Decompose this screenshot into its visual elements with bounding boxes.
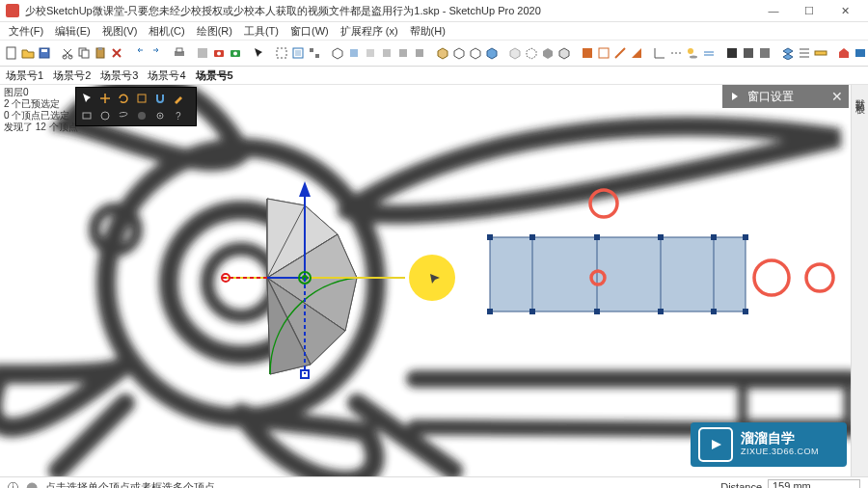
back-icon[interactable] (395, 44, 411, 63)
model-info-icon[interactable] (195, 44, 210, 63)
guides-icon[interactable] (668, 44, 684, 63)
delete-icon[interactable] (109, 44, 124, 63)
workspace: 图层0 2 个已预选定 0 个顶点已选定 发现了 12 个顶点 ? (0, 85, 868, 476)
tray-close-icon[interactable]: ✕ (831, 89, 843, 104)
measure-input[interactable]: 159 mm (768, 479, 860, 489)
status-user-icon[interactable]: ⬤ (26, 481, 38, 489)
fog-icon[interactable] (701, 44, 717, 63)
print-icon[interactable] (172, 44, 187, 63)
scene-tab-3[interactable]: 场景号3 (100, 68, 138, 83)
measure-icon[interactable] (813, 44, 828, 63)
extwarehouse-icon[interactable] (853, 44, 868, 63)
paste-icon[interactable] (93, 44, 108, 63)
copy-icon[interactable] (76, 44, 92, 63)
group-icon[interactable] (274, 44, 289, 63)
vt-rotate-icon[interactable] (115, 90, 131, 106)
vt-select-icon[interactable] (78, 90, 95, 106)
select-icon[interactable] (251, 44, 266, 63)
svg-point-64 (207, 249, 275, 316)
cut-icon[interactable] (60, 44, 75, 63)
vt-move-icon[interactable] (96, 90, 113, 106)
new-icon[interactable] (4, 44, 19, 63)
svg-point-15 (233, 52, 237, 56)
redo-icon[interactable] (149, 44, 164, 63)
front-icon[interactable] (363, 44, 378, 63)
right-sidebar[interactable]: 默认面板 (851, 85, 868, 476)
menu-help[interactable]: 帮助(H) (405, 23, 450, 40)
menu-edit[interactable]: 编辑(E) (50, 23, 95, 40)
explode-icon[interactable] (307, 44, 322, 63)
xray-icon[interactable] (507, 44, 523, 63)
vt-gear-icon[interactable] (151, 107, 168, 123)
vt-lasso-icon[interactable] (115, 107, 131, 123)
section-fill-icon[interactable] (629, 44, 644, 63)
axes-icon[interactable] (652, 44, 667, 63)
sidebar-label[interactable]: 默认面板 (854, 91, 867, 98)
svg-rect-109 (743, 309, 748, 314)
status-help-icon[interactable]: ⓘ (8, 480, 18, 489)
menu-window[interactable]: 窗口(W) (285, 23, 334, 40)
selection-info: 图层0 2 个已预选定 0 个顶点已选定 发现了 12 个顶点 (4, 87, 78, 133)
svg-rect-93 (490, 237, 746, 312)
svg-rect-19 (310, 48, 313, 52)
save-icon[interactable] (37, 44, 52, 63)
shadows-icon[interactable] (685, 44, 700, 63)
vertex-tools-panel[interactable]: ? (75, 87, 197, 126)
svg-rect-26 (583, 48, 592, 58)
top-icon[interactable] (346, 44, 362, 63)
svg-point-28 (688, 48, 693, 54)
shaded-icon[interactable] (540, 44, 556, 63)
vt-circ-icon[interactable] (96, 107, 113, 123)
vt-rect-icon[interactable] (78, 107, 95, 123)
scene-tab-1[interactable]: 场景号1 (6, 68, 43, 83)
menu-file[interactable]: 文件(F) (4, 23, 48, 40)
style1-icon[interactable] (435, 44, 450, 63)
ext-c-icon[interactable] (757, 44, 773, 63)
hidden-icon[interactable] (524, 44, 539, 63)
camera-red-icon[interactable] (211, 44, 227, 63)
scene-tab-5[interactable]: 场景号5 (196, 68, 233, 83)
undo-icon[interactable] (132, 44, 148, 63)
scene-tab-4[interactable]: 场景号4 (148, 68, 185, 83)
open-icon[interactable] (20, 44, 36, 63)
svg-rect-22 (366, 49, 374, 57)
menu-draw[interactable]: 绘图(R) (192, 23, 237, 40)
left-icon[interactable] (412, 44, 427, 63)
section-display-icon[interactable] (596, 44, 611, 63)
style3-icon[interactable] (468, 44, 483, 63)
component-icon[interactable] (290, 44, 306, 63)
scene-tab-2[interactable]: 场景号2 (53, 68, 91, 83)
close-button[interactable]: ✕ (827, 1, 862, 20)
style2-icon[interactable] (451, 44, 467, 63)
svg-rect-30 (727, 48, 737, 58)
minimize-button[interactable]: — (756, 1, 791, 20)
layers-icon[interactable] (780, 44, 796, 63)
vt-scale-icon[interactable] (133, 90, 149, 106)
camera-green-icon[interactable] (228, 44, 243, 63)
ext-a-icon[interactable] (724, 44, 740, 63)
mono-icon[interactable] (556, 44, 572, 63)
menu-camera[interactable]: 相机(C) (144, 23, 189, 40)
warehouse-icon[interactable] (836, 44, 852, 63)
svg-rect-10 (176, 48, 182, 52)
outliner-icon[interactable] (797, 44, 812, 63)
menu-tools[interactable]: 工具(T) (239, 23, 284, 40)
section-icon[interactable] (580, 44, 595, 63)
vt-help-icon[interactable]: ? (170, 107, 186, 123)
ext-b-icon[interactable] (741, 44, 756, 63)
vt-soft-icon[interactable] (133, 107, 149, 123)
vt-brush-icon[interactable] (170, 90, 186, 106)
tray-header[interactable]: 窗口设置 ✕ (722, 85, 849, 108)
menu-ext[interactable]: 扩展程序 (x) (336, 23, 403, 40)
right-icon[interactable] (379, 44, 394, 63)
maximize-button[interactable]: ☐ (792, 1, 827, 20)
svg-rect-27 (599, 48, 609, 58)
viewport[interactable] (0, 85, 851, 476)
vt-magnet-icon[interactable] (151, 90, 168, 106)
menu-view[interactable]: 视图(V) (97, 23, 143, 40)
iso-icon[interactable] (330, 44, 345, 63)
style4-icon[interactable] (484, 44, 500, 63)
tray-collapse-icon[interactable] (728, 90, 742, 103)
section-cut-icon[interactable] (612, 44, 628, 63)
info-line1: 图层0 (4, 87, 78, 98)
